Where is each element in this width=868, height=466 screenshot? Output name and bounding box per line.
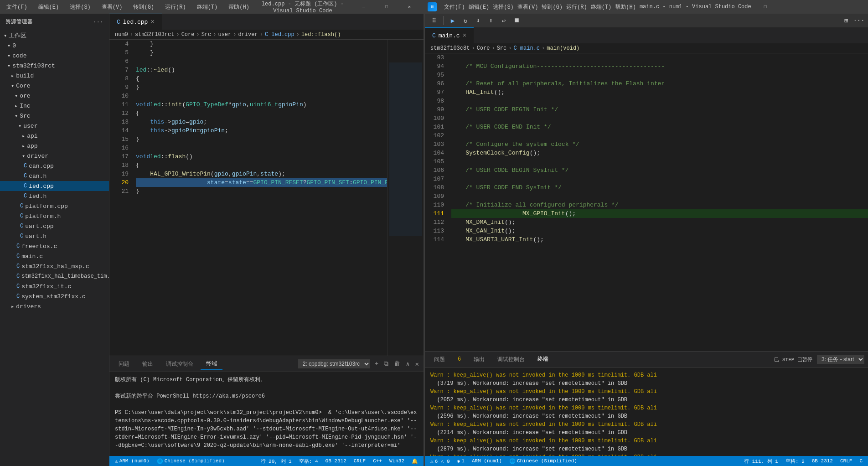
left-menu-goto[interactable]: 转到(G) <box>130 2 157 12</box>
sidebar-stm32-hal-msp[interactable]: C stm32f1xx_hal_msp.c <box>0 261 109 271</box>
right-tab-main-c[interactable]: C main.c × <box>425 27 474 43</box>
left-menu-edit[interactable]: 编辑(E) <box>36 2 62 12</box>
right-status-eol[interactable]: CRLF <box>838 458 854 464</box>
right-menu-terminal[interactable]: 终端(T) <box>591 3 612 11</box>
sidebar-freertos-c[interactable]: C freertos.c <box>0 241 109 251</box>
breadcrumb-stm32f103rct[interactable]: stm32f103rct <box>135 31 174 38</box>
right-menu-goto[interactable]: 转到(G) <box>542 3 563 11</box>
sidebar-inc[interactable]: ▸ Inc <box>0 101 109 111</box>
breadcrumb-led-flash[interactable]: led::flash() <box>301 31 341 38</box>
right-menu-help[interactable]: 帮助(H) <box>615 3 636 11</box>
breadcrumb-core[interactable]: Core <box>181 31 195 38</box>
right-menu-file[interactable]: 文件(F) <box>444 3 465 11</box>
right-code-content[interactable]: /* MCU Configuration--------------------… <box>448 53 868 351</box>
right-status-git[interactable]: ✱ 1 <box>455 458 466 464</box>
left-panel-tab-problems[interactable]: 问题 <box>113 358 135 370</box>
sidebar-app[interactable]: ▸ app <box>0 141 109 151</box>
left-status-position[interactable]: 行 20, 列 1 <box>259 458 294 465</box>
sidebar-stm32-it[interactable]: C stm32f1xx_it.c <box>0 281 109 291</box>
left-tab-led-cpp[interactable]: C led.cpp × <box>109 14 162 30</box>
breadcrumb-driver[interactable]: driver <box>238 31 258 38</box>
left-menu-run[interactable]: 运行(R) <box>162 2 189 12</box>
right-breadcrumb-core[interactable]: Core <box>477 45 490 52</box>
right-menu-select[interactable]: 选择(S) <box>493 3 514 11</box>
left-menu-help[interactable]: 帮助(H) <box>226 2 252 12</box>
debug-continue-btn[interactable]: ▶ <box>447 16 458 25</box>
left-terminal-content[interactable]: 版权所有 (C) Microsoft Corporation。保留所有权利。 尝… <box>109 372 424 456</box>
sidebar-can-cpp[interactable]: C can.cpp <box>0 161 109 171</box>
right-panel-tab-terminal[interactable]: 终端 <box>532 353 554 365</box>
breadcrumb-led-cpp[interactable]: C led.cpp <box>265 31 294 38</box>
sidebar-driver[interactable]: ▾ driver <box>0 151 109 161</box>
sidebar-api[interactable]: ▸ api <box>0 131 109 141</box>
debug-step-out-btn[interactable]: ↩ <box>498 16 509 25</box>
debug-settings-btn[interactable]: ⠿ <box>429 16 439 25</box>
breadcrumb-src[interactable]: Src <box>202 31 212 38</box>
left-status-arm[interactable]: ⚠ ARM (num0) <box>113 458 151 464</box>
breadcrumb-user[interactable]: user <box>218 31 231 38</box>
left-maximize-panel-btn[interactable]: ∧ <box>405 359 410 369</box>
left-status-spaces[interactable]: 空格: 4 <box>297 458 320 465</box>
debug-step-in-btn[interactable]: ⬆ <box>486 16 496 25</box>
sidebar-led-h[interactable]: C led.h <box>0 191 109 201</box>
left-menu-select[interactable]: 选择(S) <box>67 2 93 12</box>
sidebar-more-icon[interactable]: ··· <box>93 19 103 25</box>
right-status-spaces[interactable]: 空格: 2 <box>784 458 806 465</box>
right-menu-edit[interactable]: 编辑(E) <box>469 3 490 11</box>
right-breadcrumb-main-c[interactable]: C main.c <box>513 45 540 52</box>
sidebar-main-c[interactable]: C main.c <box>0 251 109 261</box>
sidebar-ore[interactable]: ▾ ore <box>0 91 109 101</box>
sidebar-build[interactable]: ▸ build <box>0 71 109 81</box>
right-breadcrumb-stm32[interactable]: stm32f103c8t <box>430 45 470 52</box>
sidebar-src[interactable]: ▾ Src <box>0 111 109 121</box>
right-breadcrumb-src[interactable]: Src <box>497 45 507 52</box>
sidebar-system-stm32[interactable]: C system_stm32f1xx.c <box>0 291 109 301</box>
sidebar-platform-h[interactable]: C platform.h <box>0 211 109 221</box>
right-status-warnings[interactable]: ⚠ 6 △ 0 <box>429 458 452 464</box>
left-close-panel-btn[interactable]: ✕ <box>414 359 420 369</box>
sidebar-platform-cpp[interactable]: C platform.cpp <box>0 201 109 211</box>
left-code-content[interactable]: } } led::~led() { } void led::init(GPIO_… <box>132 40 387 356</box>
right-maximize-btn[interactable]: □ <box>755 0 776 14</box>
left-menu-file[interactable]: 文件(F) <box>4 2 30 12</box>
left-minimize-btn[interactable]: — <box>353 0 374 14</box>
sidebar-stm32-hal-timebase[interactable]: C stm32f1xx_hal_timebase_tim.c <box>0 271 109 281</box>
sidebar-uart-cpp[interactable]: C uart.cpp <box>0 221 109 231</box>
left-maximize-btn[interactable]: □ <box>376 0 397 14</box>
right-more-btn[interactable]: ··· <box>853 16 864 25</box>
right-layout-btn[interactable]: ⊞ <box>841 16 852 25</box>
left-status-os[interactable]: Win32 <box>388 458 406 464</box>
left-panel-tab-debug[interactable]: 调试控制台 <box>160 358 199 370</box>
debug-stop-btn[interactable]: ⏹ <box>511 16 522 25</box>
left-terminal-dropdown[interactable]: 2: cppdbg: stm32f103rc <box>298 359 370 368</box>
sidebar-uart-h[interactable]: C uart.h <box>0 231 109 241</box>
breadcrumb-num0[interactable]: num0 <box>115 31 128 38</box>
right-status-arm[interactable]: ARM (num1) <box>470 458 504 464</box>
left-panel-tab-output[interactable]: 输出 <box>137 358 159 370</box>
left-add-terminal-btn[interactable]: + <box>374 359 379 368</box>
left-status-lang[interactable]: 🌐 Chinese (Simplified) <box>155 458 227 464</box>
right-terminal-content[interactable]: Warn : keep_alive() was not invoked in t… <box>425 368 868 456</box>
left-menu-terminal[interactable]: 终端(T) <box>194 2 221 12</box>
left-status-filetype[interactable]: C++ <box>371 458 384 464</box>
left-split-terminal-btn[interactable]: ⧉ <box>383 359 389 368</box>
main-c-close-icon[interactable]: × <box>463 32 466 39</box>
right-status-filetype[interactable]: C <box>858 458 864 464</box>
sidebar-workspace[interactable]: ▾ 工作区 <box>0 31 109 41</box>
sidebar-user[interactable]: ▾ user <box>0 121 109 131</box>
sidebar-stm32f103rct[interactable]: ▾ stm32f103rct <box>0 61 109 71</box>
right-menu-run[interactable]: 运行(R) <box>566 3 587 11</box>
left-menu-view[interactable]: 查看(V) <box>99 2 125 12</box>
right-status-encoding[interactable]: GB 2312 <box>810 458 835 464</box>
left-status-eol[interactable]: CRLF <box>352 458 367 464</box>
led-cpp-close-icon[interactable]: × <box>150 18 154 26</box>
debug-restart-btn[interactable]: ↻ <box>460 16 471 25</box>
right-panel-tab-debug[interactable]: 调试控制台 <box>492 354 530 365</box>
right-panel-tab-problems[interactable]: 问题 <box>429 354 450 365</box>
left-close-btn[interactable]: ✕ <box>399 0 420 14</box>
right-status-lang[interactable]: 🌐 Chinese (Simplified) <box>507 458 579 464</box>
right-menu-view[interactable]: 查看(V) <box>517 3 538 11</box>
sidebar-drivers[interactable]: ▸ drivers <box>0 301 109 311</box>
left-kill-terminal-btn[interactable]: 🗑 <box>393 359 401 368</box>
right-panel-tab-output[interactable]: 输出 <box>468 354 490 365</box>
